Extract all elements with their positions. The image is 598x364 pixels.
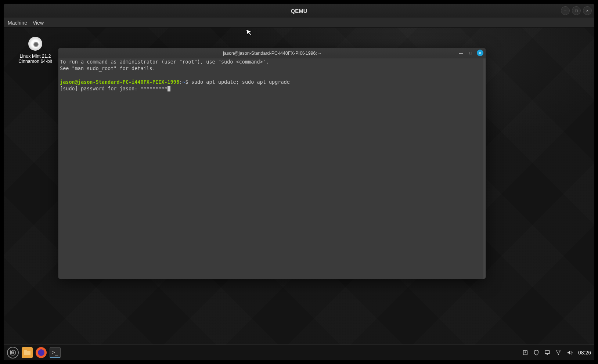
terminal-title: jason@jason-Standard-PC-i440FX-PIIX-1996…: [223, 51, 321, 56]
prompt-user: jason@jason-Standard-PC-i440FX-PIIX-1996: [60, 79, 179, 85]
system-tray: 08:26: [522, 350, 591, 356]
qemu-title: QEMU: [291, 8, 307, 14]
qemu-close-button[interactable]: ×: [583, 6, 592, 15]
taskbar-files-button[interactable]: [22, 347, 33, 358]
terminal-motd-line1: To run a command as administrator (user …: [60, 59, 269, 65]
svg-rect-1: [545, 350, 550, 353]
mint-logo-icon: [10, 349, 16, 356]
cd-icon: [28, 37, 42, 51]
password-prompt: [sudo] password for jason:: [60, 86, 140, 91]
start-menu-button[interactable]: [7, 347, 19, 358]
terminal-maximize-button[interactable]: □: [467, 50, 474, 56]
clock[interactable]: 08:26: [578, 350, 591, 356]
terminal-minimize-button[interactable]: —: [458, 50, 464, 56]
taskbar-terminal-button[interactable]: >_: [50, 347, 61, 358]
terminal-titlebar[interactable]: jason@jason-Standard-PC-i440FX-PIIX-1996…: [58, 48, 486, 58]
terminal-window: jason@jason-Standard-PC-i440FX-PIIX-1996…: [58, 48, 486, 279]
menu-view[interactable]: View: [33, 20, 44, 26]
terminal-window-buttons: — □ ×: [458, 50, 483, 56]
qemu-application-window: QEMU − □ × Machine View Linux Mint 21.2 …: [4, 4, 594, 360]
taskbar-firefox-button[interactable]: [36, 347, 47, 358]
qemu-menubar: Machine View: [4, 18, 594, 28]
qemu-minimize-button[interactable]: −: [561, 6, 570, 15]
qemu-window-buttons: − □ ×: [561, 6, 592, 15]
tray-network-icon[interactable]: [555, 350, 561, 356]
guest-viewport: Linux Mint 21.2 Cinnamon 64-bit jason@ja…: [4, 28, 594, 360]
tray-updates-icon[interactable]: [522, 350, 528, 356]
terminal-close-button[interactable]: ×: [477, 50, 483, 56]
password-mask: *********: [140, 86, 167, 91]
guest-desktop[interactable]: Linux Mint 21.2 Cinnamon 64-bit jason@ja…: [4, 28, 594, 360]
mouse-pointer-icon: [246, 28, 253, 36]
qemu-titlebar[interactable]: QEMU − □ ×: [4, 4, 594, 18]
terminal-body[interactable]: To run a command as administrator (user …: [58, 58, 486, 279]
terminal-command: sudo apt update; sudo apt upgrade: [191, 79, 290, 85]
taskbar: >_: [4, 345, 594, 360]
desktop-icon-install-disc[interactable]: Linux Mint 21.2 Cinnamon 64-bit: [15, 37, 55, 64]
qemu-maximize-button[interactable]: □: [572, 6, 581, 15]
folder-icon: [24, 350, 31, 356]
tray-shield-icon[interactable]: [533, 350, 539, 356]
desktop-icon-label-2: Cinnamon 64-bit: [15, 59, 55, 64]
prompt-dollar: $: [185, 79, 191, 85]
desktop-icon-label-1: Linux Mint 21.2: [15, 54, 55, 59]
tray-display-icon[interactable]: [544, 350, 550, 356]
menu-machine[interactable]: Machine: [8, 20, 27, 26]
terminal-icon: >_: [52, 349, 58, 355]
terminal-motd-line2: See "man sudo_root" for details.: [60, 65, 155, 71]
terminal-cursor: [167, 86, 170, 91]
tray-volume-icon[interactable]: [566, 350, 573, 356]
